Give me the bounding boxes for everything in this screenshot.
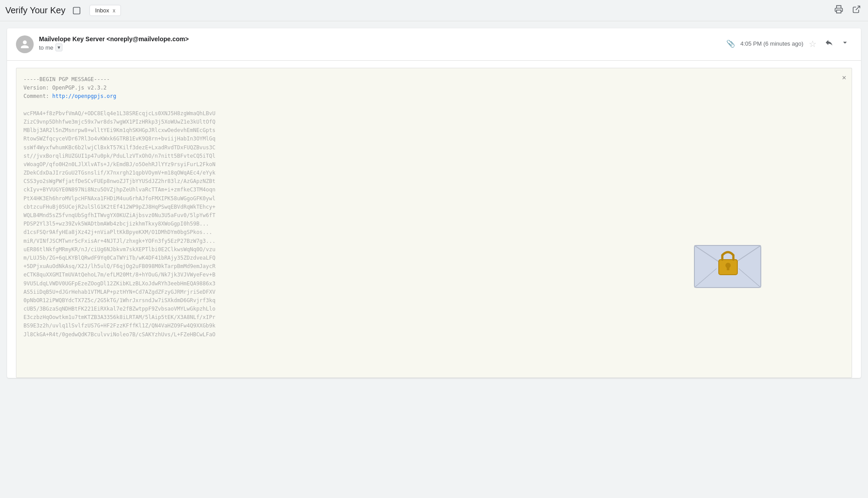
svg-rect-10	[727, 267, 729, 270]
avatar	[16, 35, 34, 53]
pgp-body-line: 0pNbOR12iPWQBYdcTX7Z5c/2G5kTG/1WhrJxrsnd…	[23, 296, 845, 305]
new-window-button[interactable]	[850, 3, 863, 18]
pgp-body-line: ssWf4WyxfwhumKBc6b2lwjClBxkT57Kilf3dezE+…	[23, 144, 845, 152]
pgp-body: wcFMA4+f8zPbvfVmAQ/+ODC8Elq4e1L38SREcqjc…	[23, 109, 845, 339]
email-meta: 📎 4:05 PM (6 minutes ago) ☆	[726, 35, 852, 52]
inbox-tab[interactable]: Inbox x	[89, 5, 121, 16]
pgp-body-line: ZizC9vnp5Dhhfwe3mjc59x7wr8ds7wgWX1PIzHRk…	[23, 118, 845, 126]
pgp-body-line: d1csFSQr9AfyHEa8jXz42j+nViaPltKkBpyeKXM/…	[23, 228, 845, 237]
print-button[interactable]	[833, 3, 845, 18]
pgp-body-line: ckIyv+BYVUGYE0N897Ni8Nzu5OVZjhpZeUhlvaRc…	[23, 186, 845, 194]
pgp-body-line: st//jvxBorqliRUZGUI1p47u0pk/PduLlzVTxOhO…	[23, 152, 845, 160]
reply-button[interactable]	[822, 35, 836, 52]
pgp-body-line: WQLB4Mnd5sZ5fvnqUbSgfhITWvgYX0KUZiAjbsvz…	[23, 211, 845, 220]
top-bar: Verify Your Key Inbox x	[0, 0, 868, 21]
attachment-icon: 📎	[726, 39, 735, 48]
pgp-comment-link[interactable]: http://openpgpjs.org	[52, 93, 116, 99]
pgp-body-line: RtowSWZfqcyceVDr67Rl3o4vKWxk6GTRB1EvK9Q8…	[23, 135, 845, 143]
email-info: Mailvelope Key Server <noreply@mailvelop…	[39, 35, 721, 51]
pgp-message-container: ✕ -----BEGIN PGP MESSAGE----- Version: O…	[16, 68, 852, 378]
to-label: to me	[39, 44, 54, 51]
pgp-body-line: PDSP2Yl3l5+wz39Zvk5WADtbmAWb4zbcjizkhmTk…	[23, 220, 845, 228]
pgp-body-line: CSS3yo2sWgPWfjatfDeSCvFUEp8nwoZJTjbYYUSd…	[23, 177, 845, 186]
pgp-body-line: PtX4HK3Eh6hroMVlpcHFNAxa1FHDiM4uu6rhAJfo…	[23, 195, 845, 203]
inbox-tab-label: Inbox	[95, 7, 109, 14]
svg-rect-1	[837, 10, 841, 13]
pgp-body-line: cUB5/3BGzaSqNDHBtFK221EiRXkal7e2fBZwtppF…	[23, 305, 845, 313]
pgp-close-button[interactable]: ✕	[842, 72, 846, 83]
more-actions-button[interactable]	[838, 35, 852, 52]
email-container: Mailvelope Key Server <noreply@mailvelop…	[7, 28, 861, 378]
page-title: Verify Your Key	[5, 5, 66, 16]
svg-line-2	[856, 6, 860, 10]
svg-rect-0	[73, 7, 80, 14]
email-to-line: to me ▾	[39, 43, 721, 51]
pgp-body-line: wcFMA4+f8zPbvfVmAQ/+ODC8Elq4e1L38SREcqjc…	[23, 109, 845, 118]
email-sender: Mailvelope Key Server <noreply@mailvelop…	[39, 35, 721, 43]
star-button[interactable]: ☆	[809, 39, 817, 49]
email-header: Mailvelope Key Server <noreply@mailvelop…	[7, 28, 861, 61]
email-actions	[822, 35, 852, 52]
pgp-begin-line: -----BEGIN PGP MESSAGE-----	[23, 75, 845, 84]
to-dropdown[interactable]: ▾	[55, 43, 62, 51]
pgp-body-line: cbtzcuFHuBj05UCejR2ulSlG1K2tEf412WP9pZJ8…	[23, 203, 845, 211]
pgp-body-line: ZDekCdxDaJIrzGuU2TGsnslif/X7nxrgh21qpbVO…	[23, 169, 845, 177]
pgp-body-line: MBlbj3AR2l5nZMsnrpw8+wlltYEi9Km1qhSKHGpJ…	[23, 126, 845, 135]
pgp-version-line: Version: OpenPGP.js v2.3.2	[23, 84, 845, 92]
email-time: 4:05 PM (6 minutes ago)	[740, 40, 803, 47]
compose-icon-button[interactable]	[71, 5, 82, 16]
pgp-comment-line: Comment: http://openpgpjs.org	[23, 92, 845, 101]
tab-bar: Inbox x	[89, 5, 121, 16]
pgp-body-line: Jl8CkGA+R4t/0gedwQdK7BculvviNoleo7B/cSAK…	[23, 331, 845, 339]
pgp-body-line: vWoagOP/qfo0H2n0LJlXlvATs+J/kEmdBJ/o5Oeh…	[23, 160, 845, 169]
top-bar-actions	[833, 3, 863, 18]
dropdown-arrow: ▾	[58, 44, 60, 51]
tab-close-button[interactable]: x	[112, 8, 115, 14]
pgp-body-line: E3czbzHqOowtkm1u7tmKTZB3A3356k8iLRTAM/5l…	[23, 313, 845, 322]
lock-envelope-icon	[692, 237, 763, 290]
pgp-body-line: BS9E3z2h/uvlq1lSvlfzUS7G+HF2FzzKFffKl1Z/…	[23, 322, 845, 330]
